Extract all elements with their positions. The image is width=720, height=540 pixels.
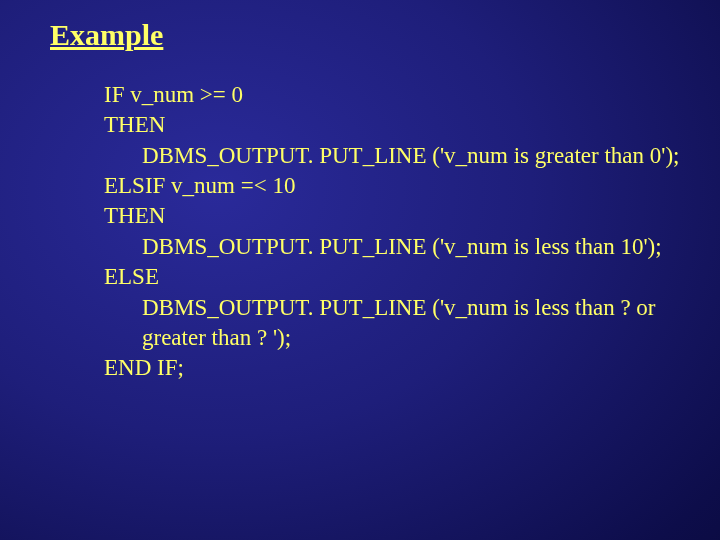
code-line: ELSIF v_num =< 10 — [104, 171, 720, 201]
code-line: ELSE — [104, 262, 720, 292]
code-line: DBMS_OUTPUT. PUT_LINE ('v_num is less th… — [104, 232, 720, 262]
slide-title: Example — [50, 18, 720, 52]
code-line: DBMS_OUTPUT. PUT_LINE ('v_num is less th… — [104, 293, 720, 323]
code-block: IF v_num >= 0 THEN DBMS_OUTPUT. PUT_LINE… — [104, 80, 720, 384]
code-line: END IF; — [104, 353, 720, 383]
code-line: IF v_num >= 0 — [104, 80, 720, 110]
code-line: greater than ? '); — [104, 323, 720, 353]
slide: Example IF v_num >= 0 THEN DBMS_OUTPUT. … — [0, 0, 720, 540]
code-line: DBMS_OUTPUT. PUT_LINE ('v_num is greater… — [104, 141, 720, 171]
code-line: THEN — [104, 110, 720, 140]
code-line: THEN — [104, 201, 720, 231]
